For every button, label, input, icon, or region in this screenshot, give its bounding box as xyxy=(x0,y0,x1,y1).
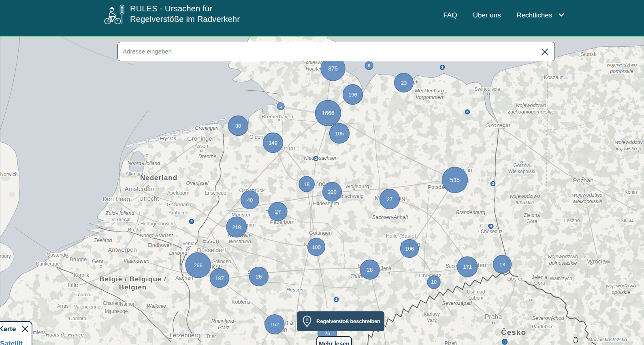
svg-text:Essen: Essen xyxy=(202,237,219,244)
svg-text:187: 187 xyxy=(215,275,224,281)
svg-text:Antwerpen: Antwerpen xyxy=(108,246,137,253)
svg-text:Bremerhaven: Bremerhaven xyxy=(262,114,293,120)
svg-text:Dunkerque: Dunkerque xyxy=(36,261,60,267)
svg-text:Den Haag: Den Haag xyxy=(102,195,130,202)
svg-text:Noord-Brabant: Noord-Brabant xyxy=(140,233,173,238)
svg-text:Gorzów: Gorzów xyxy=(513,163,530,168)
svg-text:1666: 1666 xyxy=(322,110,334,116)
svg-text:Vary: Vary xyxy=(427,317,437,323)
svg-text:Venlo: Venlo xyxy=(182,241,194,246)
svg-text:Enschede: Enschede xyxy=(205,190,226,196)
svg-text:Pfalz: Pfalz xyxy=(218,325,230,330)
svg-text:Česko: Česko xyxy=(501,328,526,336)
svg-text:województwo: województwo xyxy=(606,283,636,289)
svg-text:Utrecht: Utrecht xyxy=(139,195,159,202)
svg-text:Severozápad: Severozápad xyxy=(442,300,472,306)
svg-text:Cambrai: Cambrai xyxy=(69,316,87,321)
svg-text:Niedersachsen: Niedersachsen xyxy=(304,155,337,161)
svg-text:27: 27 xyxy=(387,196,392,202)
svg-text:Düsseldorf: Düsseldorf xyxy=(197,246,226,253)
svg-text:Halle (Saale): Halle (Saale) xyxy=(386,233,416,239)
svg-text:Vlaanderen: Vlaanderen xyxy=(124,258,149,264)
svg-text:Ústí nad: Ústí nad xyxy=(467,289,485,295)
svg-text:Oostende: Oostende xyxy=(47,252,68,258)
svg-text:535: 535 xyxy=(450,177,460,183)
svg-text:Szczecin: Szczecin xyxy=(486,122,510,129)
svg-text:40: 40 xyxy=(247,197,253,203)
svg-text:kujawsko-p: kujawsko-p xyxy=(616,146,642,152)
svg-text:- Chóśebuz: - Chóśebuz xyxy=(478,229,502,234)
svg-text:5: 5 xyxy=(279,104,282,109)
svg-text:105: 105 xyxy=(335,131,344,137)
svg-text:Wielkopolski: Wielkopolski xyxy=(508,169,535,174)
svg-text:Westfalen: Westfalen xyxy=(228,239,251,244)
svg-text:266: 266 xyxy=(194,262,203,268)
svg-text:Gelderland: Gelderland xyxy=(166,202,192,208)
svg-text:106: 106 xyxy=(405,246,414,252)
svg-text:Gent: Gent xyxy=(92,258,104,264)
svg-text:Sachsen-Anhalt: Sachsen-Anhalt xyxy=(372,214,408,220)
svg-text:Labem: Labem xyxy=(469,295,484,301)
svg-text:Norwich: Norwich xyxy=(0,171,17,177)
svg-text:Koblenz: Koblenz xyxy=(232,299,251,305)
svg-text:Liberec: Liberec xyxy=(507,276,523,282)
svg-text:Vorpommern: Vorpommern xyxy=(416,94,445,100)
svg-text:Kortrijk: Kortrijk xyxy=(74,272,89,278)
svg-text:Leszno: Leszno xyxy=(564,218,580,223)
svg-text:149: 149 xyxy=(269,140,277,146)
svg-text:Góra: Góra xyxy=(527,219,537,224)
svg-text:Wałbrzych: Wałbrzych xyxy=(550,276,572,281)
svg-text:Valenciennes: Valenciennes xyxy=(74,304,102,310)
svg-text:Brandenburg: Brandenburg xyxy=(456,210,485,215)
svg-text:Maubeuge: Maubeuge xyxy=(105,309,128,314)
svg-text:pomorskie: pomorskie xyxy=(610,69,633,74)
svg-text:Praha: Praha xyxy=(485,313,502,320)
svg-text:Jelenia: Jelenia xyxy=(532,274,547,280)
svg-text:wielkopolskie: wielkopolskie xyxy=(572,199,602,204)
svg-text:Świnoujście: Świnoujście xyxy=(474,86,500,92)
svg-text:Rheinland-: Rheinland- xyxy=(211,318,236,324)
svg-text:Słupsk: Słupsk xyxy=(580,51,597,57)
svg-text:4: 4 xyxy=(490,224,492,228)
svg-text:6: 6 xyxy=(368,63,370,68)
svg-text:375: 375 xyxy=(328,65,338,72)
svg-text:'s-Hertogenbosch: 's-Hertogenbosch xyxy=(135,221,173,227)
svg-text:Limburg: Limburg xyxy=(169,250,187,256)
svg-text:Drenthe: Drenthe xyxy=(198,154,217,159)
svg-text:dolnośląskie: dolnośląskie xyxy=(549,260,577,266)
svg-text:Konin: Konin xyxy=(625,189,637,195)
svg-text:Wallonie: Wallonie xyxy=(147,303,166,309)
svg-text:Pardubice: Pardubice xyxy=(532,324,554,330)
svg-text:zachodniopomorskie: zachodniopomorskie xyxy=(508,109,554,115)
svg-text:miens: miens xyxy=(33,330,46,335)
svg-text:Mecklenburg-: Mecklenburg- xyxy=(415,88,446,94)
svg-text:171: 171 xyxy=(463,264,472,270)
svg-text:100: 100 xyxy=(312,244,321,250)
svg-text:Plzeň: Plzeň xyxy=(445,341,457,345)
svg-text:Trier: Trier xyxy=(206,334,216,339)
svg-text:Amsterdam: Amsterdam xyxy=(125,185,156,192)
svg-text:30: 30 xyxy=(235,123,241,129)
svg-text:Zielona: Zielona xyxy=(524,212,540,218)
svg-text:Hauts-de-France: Hauts-de-France xyxy=(46,332,84,338)
svg-text:województwo: województwo xyxy=(607,62,637,68)
svg-text:220: 220 xyxy=(328,189,337,195)
svg-text:196: 196 xyxy=(348,92,357,98)
svg-text:Belgien: Belgien xyxy=(119,283,147,291)
svg-text:Apeldoorn: Apeldoorn xyxy=(167,190,190,196)
svg-text:Brugge: Brugge xyxy=(70,256,87,262)
svg-text:Severovýchod: Severovýchod xyxy=(532,315,564,321)
svg-text:Noord-Holland: Noord-Holland xyxy=(128,161,161,166)
svg-text:28: 28 xyxy=(367,267,373,273)
svg-text:152: 152 xyxy=(270,321,279,328)
svg-text:województwo: województwo xyxy=(572,192,602,198)
svg-text:Zuid-Holland: Zuid-Holland xyxy=(105,210,135,216)
svg-text:rbury: rbury xyxy=(0,253,11,259)
svg-text:Fryslân: Fryslân xyxy=(160,136,177,141)
svg-text:18: 18 xyxy=(304,181,309,187)
svg-text:2: 2 xyxy=(441,65,443,69)
svg-text:województwo: województwo xyxy=(510,193,540,199)
svg-text:Lille: Lille xyxy=(68,281,79,288)
svg-text:Assen: Assen xyxy=(194,143,208,149)
svg-text:26: 26 xyxy=(256,274,262,280)
